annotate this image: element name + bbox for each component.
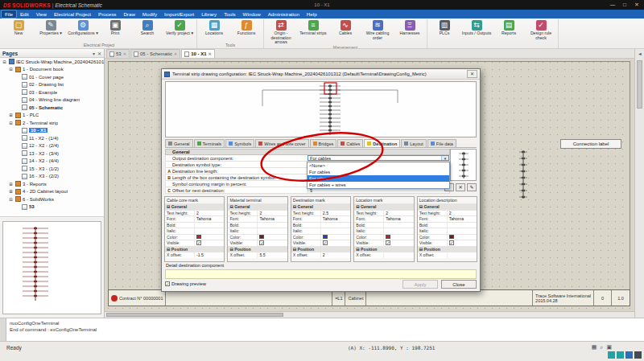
mark-row-value[interactable]: ✓ — [447, 240, 477, 246]
menu-file[interactable]: File — [2, 10, 16, 18]
command-panel-dock-tab[interactable] — [0, 318, 6, 341]
menu-window[interactable]: Window — [240, 10, 264, 18]
mark-row-value[interactable] — [447, 223, 477, 228]
dialog-tab-symbols[interactable]: Symbols — [225, 139, 254, 147]
collapse-icon[interactable]: ⊟ — [8, 67, 14, 72]
tree-item-2-terminal-strip[interactable]: ⊟2 - Terminal strip — [0, 119, 104, 127]
menu-modify[interactable]: Modify — [139, 10, 160, 18]
mark-row-value[interactable]: ✓ — [383, 240, 413, 246]
mark-row-value[interactable]: 2 — [383, 211, 413, 216]
group-header-general[interactable]: ⊟ General — [165, 203, 224, 210]
page-preview-thumbnail[interactable] — [2, 221, 101, 314]
chevron-down-icon[interactable]: ▾ — [441, 156, 448, 160]
tree-item-11-x2-1-4[interactable]: 11 - X2 - (1/4) — [0, 134, 104, 142]
ribbon-button-inputs-outputs[interactable]: ⇆Inputs / Outputs — [460, 19, 493, 36]
ribbon-button-wire-cabling-order[interactable]: ≋Wire cabling order — [361, 19, 394, 40]
status-square-0[interactable] — [608, 351, 615, 359]
mark-row-value[interactable] — [194, 235, 224, 240]
mark-row-value[interactable] — [383, 235, 413, 240]
collapse-icon[interactable]: ⊟ — [8, 197, 14, 202]
minimize-button[interactable]: — — [609, 2, 617, 8]
maximize-button[interactable]: □ — [621, 2, 629, 8]
menu-library[interactable]: Library — [198, 10, 220, 18]
detail-destination-field[interactable] — [165, 269, 477, 279]
mark-row-value[interactable] — [257, 223, 287, 228]
ribbon-button-reports[interactable]: ▤Reports — [493, 19, 525, 36]
menu-process[interactable]: Process — [95, 10, 119, 18]
mark-row-value[interactable]: Tahoma — [383, 216, 413, 222]
mark-row-value[interactable] — [447, 228, 477, 234]
ribbon-button-verify-project[interactable]: ✓Verify project ▾ — [163, 19, 196, 36]
group-header-position[interactable]: ⊟ Position — [418, 246, 477, 252]
status-icon-0[interactable]: ▦ — [592, 344, 597, 351]
tree-item-53[interactable]: 53 — [0, 203, 104, 211]
tree-item-04-wiring-line-diagram[interactable]: 04 - Wiring line diagram — [0, 96, 104, 105]
dropdown-option-none[interactable]: <None> — [308, 162, 449, 169]
mark-row-value[interactable] — [383, 223, 413, 228]
tree-item-13-x2-3-4[interactable]: 13 - X2 - (3/4) — [0, 150, 104, 158]
pages-panel-header[interactable]: Pages ▾ ✕ — [0, 49, 104, 58]
mark-row-value[interactable] — [320, 228, 350, 234]
dialog-tab-terminals[interactable]: Terminals — [194, 139, 225, 147]
tree-item-16-x3-2-2[interactable]: 16 - X3 - (2/2) — [0, 173, 104, 181]
collapse-panel-icon[interactable]: ◄ — [636, 50, 644, 58]
ribbon-button-locations[interactable]: ▦Locations — [198, 19, 230, 36]
menu-electrical-project[interactable]: Electrical Project — [51, 10, 94, 18]
checkbox-checked-icon[interactable]: ✓ — [449, 240, 454, 245]
checkbox-checked-icon[interactable]: ✓ — [323, 240, 328, 245]
status-square-1[interactable] — [617, 351, 624, 359]
edit-button[interactable]: ✎ — [467, 183, 477, 191]
group-header-general[interactable]: ⊟ General — [291, 203, 350, 210]
group-header-general[interactable]: ⊟ General — [418, 203, 477, 210]
status-icon-1[interactable]: ⌕ — [600, 344, 603, 351]
ribbon-button-functions[interactable]: ƒFunctions — [230, 19, 262, 36]
tree-item-12-x2-2-4[interactable]: 12 - X2 - (2/4) — [0, 142, 104, 150]
checkbox-checked-icon[interactable]: ✓ — [259, 240, 264, 245]
ribbon-button-configurations[interactable]: ⚙Configurations ▾ — [67, 19, 99, 36]
ribbon-button-harnesses[interactable]: ΞHarnesses — [394, 19, 426, 36]
dropdown-option-for-cables-wires[interactable]: For cables + wires — [308, 182, 449, 188]
tree-item-1-document-book[interactable]: ⊟1 - Document book — [0, 66, 104, 74]
dialog-tab-layout[interactable]: Layout — [401, 139, 427, 147]
vertical-scrollbar[interactable]: ◄ — [634, 49, 644, 318]
drawing-canvas[interactable]: Connection label Contract N° 00000001 =L… — [105, 59, 634, 318]
close-icon[interactable]: ✕ — [97, 51, 101, 56]
tree-item-10-x1[interactable]: 10 - X1 — [0, 127, 104, 135]
ribbon-button-origin-destination-arrows[interactable]: ⇄Origin - destination arrows — [265, 19, 297, 45]
mark-row-value[interactable]: 2 — [257, 211, 287, 216]
output-destination-component-value[interactable]: For cables▾ — [308, 155, 449, 161]
close-icon[interactable]: ✕ — [123, 51, 126, 56]
tree-item-05-schematic[interactable]: 05 - Schematic — [0, 104, 104, 112]
dialog-tab-wires-and-wire-cover[interactable]: Wires and wire cover — [255, 139, 308, 147]
apply-button[interactable]: Apply — [402, 280, 438, 289]
app-titlebar[interactable]: DS SOLIDWORKS | Electrical Schematic 10 … — [0, 0, 644, 10]
mark-row-value[interactable]: -1.5 — [194, 252, 224, 258]
mark-row-value[interactable] — [447, 252, 477, 258]
ribbon-button-properties[interactable]: ✎Properties ▾ — [35, 19, 67, 36]
mark-row-value[interactable]: ✓ — [194, 240, 224, 246]
mark-row-value[interactable]: Tahoma — [320, 216, 350, 222]
mark-row-value[interactable]: 2 — [447, 211, 477, 216]
mark-row-value[interactable]: Tahoma — [194, 216, 224, 222]
menu-administration[interactable]: Administration — [265, 10, 303, 18]
checkbox-checked-icon[interactable]: ✓ — [196, 240, 201, 245]
tree-item-03-example[interactable]: 03 - Example — [0, 88, 104, 96]
close-button[interactable]: ✕ — [633, 2, 641, 8]
drawing-preview-checkbox[interactable]: ✓ Drawing preview — [165, 281, 206, 286]
dialog-tab-destination[interactable]: Destination — [364, 139, 400, 147]
group-header-position[interactable]: ⊟ Position — [354, 246, 413, 252]
dialog-close-button[interactable]: ✕ — [467, 70, 477, 78]
tree-item-02-drawing-list[interactable]: 02 - Drawing list — [0, 81, 104, 89]
connection-label-button[interactable]: Connection label — [560, 139, 621, 149]
close-button[interactable]: Close — [441, 280, 477, 289]
status-icon-2[interactable]: ▣ — [606, 344, 612, 351]
dropdown-option-for-cables[interactable]: For cables — [308, 169, 449, 175]
document-tab-05-schematic[interactable]: 05 - Schematic✕ — [130, 49, 180, 58]
ribbon-button-cables[interactable]: ∿Cables — [329, 19, 361, 36]
mark-row-value[interactable] — [447, 235, 477, 240]
tree-item-1-plc[interactable]: ⊞1 - PLC — [0, 112, 104, 120]
tree-item-iec-struck-wrap-machine-20240426101312[interactable]: ⊟IEC Struck-Wrap Machine_20240426101312 — [0, 58, 104, 66]
mark-row-value[interactable] — [257, 235, 287, 240]
mark-row-value[interactable] — [194, 223, 224, 228]
dropdown-option-for-wires[interactable]: For wires — [308, 175, 449, 182]
